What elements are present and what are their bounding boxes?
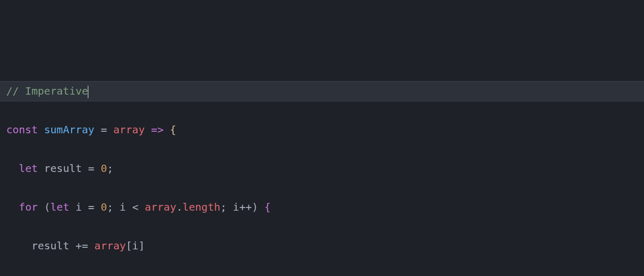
code-line-3: let result = 0;: [6, 159, 638, 178]
text-cursor: [88, 86, 88, 98]
code-line-5: result += array[i]: [6, 236, 638, 256]
code-line-1: // Imperative: [0, 81, 644, 101]
code-line-2: const sumArray = array => {: [6, 120, 638, 140]
code-line-4: for (let i = 0; i < array.length; i++) {: [6, 198, 638, 217]
comment-imperative: // Imperative: [6, 85, 88, 97]
code-editor[interactable]: // Imperative const sumArray = array => …: [6, 81, 638, 276]
